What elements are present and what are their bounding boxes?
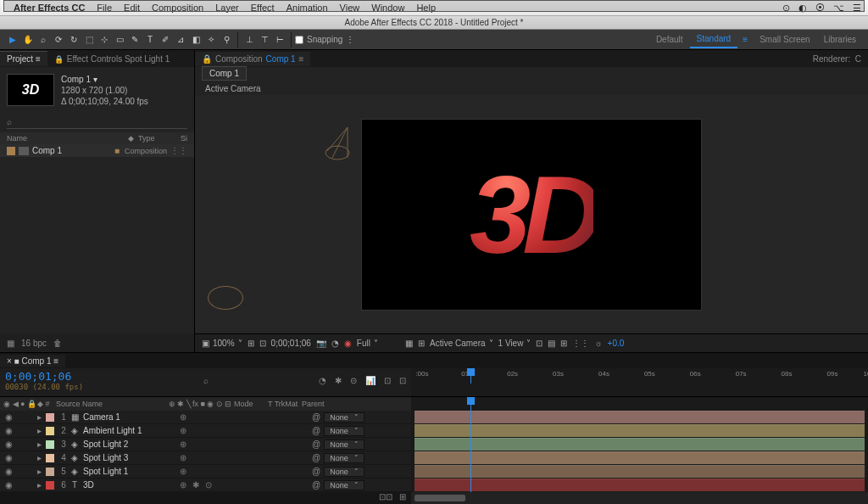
guides-icon[interactable]: ⊞ (418, 339, 425, 348)
layer-switches[interactable]: ⊕ (176, 412, 244, 422)
workspace-standard[interactable]: Standard (690, 31, 738, 48)
layer-track-bar[interactable] (415, 479, 865, 491)
layer-switches[interactable]: ⊕ (176, 453, 244, 462)
comp-name[interactable]: Comp 1 ▾ (61, 74, 148, 85)
visibility-icon[interactable]: ◉ (3, 440, 14, 449)
zoom-tool[interactable]: ⌕ (36, 32, 51, 48)
layer-track-bar[interactable] (415, 424, 865, 437)
project-tab[interactable]: Project ≡ (0, 51, 47, 66)
layer-color-swatch[interactable] (46, 481, 54, 490)
layer-track-bar[interactable] (415, 465, 865, 478)
layer-track-bar[interactable] (415, 411, 865, 423)
layer-color-swatch[interactable] (46, 454, 54, 462)
layer-name[interactable]: Spot Light 3 (80, 453, 176, 462)
twirl-icon[interactable]: ▸ (37, 480, 46, 490)
layer-color-swatch[interactable] (46, 440, 54, 449)
layer-row[interactable]: ◉▸6T3D⊕ ✱ ⊙@None ˅ (0, 479, 411, 492)
work-area-bar[interactable] (3, 0, 865, 12)
shy-icon[interactable]: ◔ (319, 376, 326, 385)
parent-dropdown[interactable]: None ˅ (324, 440, 364, 450)
bpc-toggle[interactable]: 16 bpc (21, 339, 47, 348)
layer-switches[interactable]: ⊕ ✱ ⊙ (176, 480, 244, 490)
layer-row[interactable]: ◉▸1▦Camera 1⊕@None ˅ (0, 411, 411, 424)
effect-controls-tab[interactable]: 🔒Effect Controls Spot Light 1 (47, 52, 177, 66)
track-area[interactable] (411, 397, 868, 492)
draft-3d-icon[interactable]: ⊡ (384, 376, 391, 385)
pickwhip-icon[interactable]: @ (312, 440, 320, 449)
visibility-icon[interactable]: ◉ (3, 467, 14, 476)
magnification-dropdown[interactable]: ▣ 100% ˅ (202, 339, 242, 348)
layer-row[interactable]: ◉▸2◈Ambient Light 1⊕@None ˅ (0, 424, 411, 438)
layer-track-bar[interactable] (415, 438, 865, 451)
frame-blend-icon[interactable]: ✱ (335, 376, 342, 385)
parent-dropdown[interactable]: None ˅ (324, 453, 364, 463)
visibility-icon[interactable]: ◉ (3, 453, 14, 462)
snapshot-icon[interactable]: 📷 (316, 339, 326, 348)
color-icon[interactable]: ◉ (344, 339, 352, 348)
col-trkmat[interactable]: T TrkMat (268, 400, 302, 408)
time-navigator[interactable] (415, 495, 465, 501)
col-name[interactable]: Name (7, 134, 128, 143)
timeline-tab[interactable]: × ■ Comp 1 ≡ (0, 355, 65, 367)
workspace-menu-icon[interactable]: ≡ (737, 32, 753, 48)
camera-tool[interactable]: ⬚ (81, 32, 97, 48)
layer-name[interactable]: Spot Light 1 (80, 467, 176, 476)
shape-tool[interactable]: ▭ (112, 32, 127, 48)
project-item-comp1[interactable]: Comp 1 ■ Composition ⋮⋮ (0, 144, 194, 157)
interpret-footage-icon[interactable]: ▦ (7, 339, 14, 348)
switches-icon[interactable]: ⊡ (399, 376, 406, 385)
resolution-icon[interactable]: ⊞ (248, 339, 254, 348)
pickwhip-icon[interactable]: @ (312, 453, 320, 462)
composition-tab[interactable]: 🔒 Composition Comp 1 ≡ (195, 52, 310, 66)
twirl-icon[interactable]: ▸ (37, 412, 46, 422)
breadcrumb-comp[interactable]: Comp 1 (202, 66, 247, 81)
layer-switches[interactable]: ⊕ (176, 467, 244, 476)
layer-row[interactable]: ◉▸4◈Spot Light 3⊕@None ˅ (0, 451, 411, 465)
time-ruler[interactable]: :00s01s02s03s04s05s06s07s08s09s10s (411, 368, 868, 384)
type-tool[interactable]: T (142, 32, 158, 48)
workspace-libraries[interactable]: Libraries (817, 35, 863, 44)
pixel-aspect-icon[interactable]: ▤ (548, 339, 555, 348)
workspace-default[interactable]: Default (649, 35, 690, 44)
parent-dropdown[interactable]: None ˅ (324, 412, 364, 423)
clone-tool[interactable]: ⊿ (173, 32, 188, 48)
twirl-icon[interactable]: ▸ (37, 426, 46, 435)
col-type[interactable]: Type (138, 134, 181, 143)
selection-tool[interactable]: ▶ (5, 32, 20, 48)
axis-local-icon[interactable]: ⊥ (242, 32, 257, 48)
trash-icon[interactable]: 🗑 (53, 339, 62, 348)
brush-tool[interactable]: ✐ (158, 32, 173, 48)
layer-switches[interactable]: ⊕ (176, 440, 244, 449)
snapping-options-icon[interactable]: ⋮ (342, 32, 358, 48)
col-mode[interactable]: Mode (234, 400, 268, 408)
layer-color-swatch[interactable] (46, 413, 54, 422)
share-view-icon[interactable]: ⊡ (536, 339, 542, 348)
layer-name[interactable]: Camera 1 (80, 412, 176, 422)
composition-viewer[interactable]: 3D 3D (195, 95, 868, 333)
view-count-dropdown[interactable]: 1 View ˅ (498, 339, 531, 348)
view-dropdown[interactable]: Active Camera ˅ (430, 339, 493, 348)
layer-row[interactable]: ◉▸5◈Spot Light 1⊕@None ˅ (0, 465, 411, 479)
layer-row[interactable]: ◉▸3◈Spot Light 2⊕@None ˅ (0, 438, 411, 451)
eraser-tool[interactable]: ◧ (188, 32, 203, 48)
twirl-icon[interactable]: ▸ (37, 440, 46, 449)
layer-name[interactable]: Spot Light 2 (80, 440, 176, 449)
exposure-icon[interactable]: ☼ (594, 339, 602, 348)
parent-dropdown[interactable]: None ˅ (324, 426, 364, 436)
fast-preview-icon[interactable]: ⊡ (259, 339, 266, 348)
project-search[interactable]: ⌕ (7, 117, 187, 129)
orbit-tool[interactable]: ⟳ (51, 32, 66, 48)
pickwhip-icon[interactable]: @ (312, 412, 320, 422)
axis-view-icon[interactable]: ⊢ (272, 32, 287, 48)
pickwhip-icon[interactable]: @ (312, 467, 320, 476)
col-source-name[interactable]: Source Name (56, 400, 166, 408)
parent-dropdown[interactable]: None ˅ (324, 467, 364, 477)
parent-dropdown[interactable]: None ˅ (324, 480, 364, 490)
renderer-label[interactable]: Renderer: C (813, 54, 868, 64)
timeline-timecode[interactable]: 0;00;01;06 (5, 370, 83, 383)
visibility-icon[interactable]: ◉ (3, 412, 14, 422)
fast-draft-icon[interactable]: ⊞ (560, 339, 567, 348)
roto-tool[interactable]: ✧ (203, 32, 219, 48)
pen-tool[interactable]: ✎ (127, 32, 142, 48)
puppet-tool[interactable]: ⚲ (219, 32, 234, 48)
